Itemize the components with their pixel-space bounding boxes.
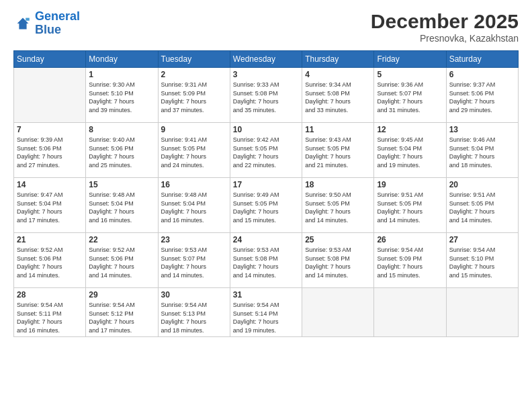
calendar-cell: 20Sunrise: 9:51 AMSunset: 5:05 PMDayligh… [446,178,518,233]
day-info: Sunrise: 9:48 AMSunset: 5:04 PMDaylight:… [89,191,154,224]
calendar-week-4: 21Sunrise: 9:52 AMSunset: 5:06 PMDayligh… [14,233,519,288]
day-number: 29 [89,290,154,300]
day-info: Sunrise: 9:47 AMSunset: 5:04 PMDaylight:… [17,191,83,224]
day-number: 30 [161,290,227,300]
title-block: December 2025 Presnovka, Kazakhstan [371,10,519,44]
calendar-cell: 31Sunrise: 9:54 AMSunset: 5:14 PMDayligh… [230,288,302,337]
weekday-header-monday: Monday [86,51,158,68]
calendar-cell: 1Sunrise: 9:30 AMSunset: 5:10 PMDaylight… [86,68,158,123]
day-info: Sunrise: 9:50 AMSunset: 5:05 PMDaylight:… [305,191,371,224]
day-info: Sunrise: 9:36 AMSunset: 5:07 PMDaylight:… [377,81,443,114]
page: General Blue December 2025 Presnovka, Ka… [0,0,532,411]
calendar-cell: 11Sunrise: 9:43 AMSunset: 5:05 PMDayligh… [302,123,374,178]
day-number: 4 [305,70,371,79]
day-info: Sunrise: 9:54 AMSunset: 5:09 PMDaylight:… [377,246,443,279]
logo-general: General [35,9,80,23]
calendar-cell: 12Sunrise: 9:45 AMSunset: 5:04 PMDayligh… [374,123,446,178]
calendar-cell [374,288,446,337]
logo-text: General Blue [35,10,80,37]
weekday-header-thursday: Thursday [302,51,374,68]
day-number: 10 [233,125,299,134]
day-info: Sunrise: 9:45 AMSunset: 5:04 PMDaylight:… [377,136,443,169]
day-number: 24 [233,235,299,244]
calendar-week-5: 28Sunrise: 9:54 AMSunset: 5:11 PMDayligh… [14,288,519,337]
day-number: 9 [161,125,227,134]
calendar-cell: 8Sunrise: 9:40 AMSunset: 5:06 PMDaylight… [86,123,158,178]
day-number: 27 [449,235,515,244]
weekday-header-sunday: Sunday [14,51,86,68]
calendar-cell: 22Sunrise: 9:52 AMSunset: 5:06 PMDayligh… [86,233,158,288]
day-info: Sunrise: 9:42 AMSunset: 5:05 PMDaylight:… [233,136,299,169]
day-number: 31 [233,290,299,300]
day-number: 22 [89,235,154,244]
calendar-week-3: 14Sunrise: 9:47 AMSunset: 5:04 PMDayligh… [14,178,519,233]
calendar-cell: 15Sunrise: 9:48 AMSunset: 5:04 PMDayligh… [86,178,158,233]
day-number: 7 [17,125,83,134]
day-info: Sunrise: 9:46 AMSunset: 5:04 PMDaylight:… [449,136,515,169]
calendar-cell: 6Sunrise: 9:37 AMSunset: 5:06 PMDaylight… [446,68,518,123]
month-year: December 2025 [371,10,519,33]
day-info: Sunrise: 9:43 AMSunset: 5:05 PMDaylight:… [305,136,371,169]
day-number: 6 [449,70,515,79]
day-info: Sunrise: 9:34 AMSunset: 5:08 PMDaylight:… [305,81,371,114]
day-number: 20 [449,180,515,189]
calendar-cell: 29Sunrise: 9:54 AMSunset: 5:12 PMDayligh… [86,288,158,337]
weekday-header-wednesday: Wednesday [230,51,302,68]
day-number: 3 [233,70,299,79]
day-number: 17 [233,180,299,189]
weekday-header-saturday: Saturday [446,51,518,68]
calendar-cell: 17Sunrise: 9:49 AMSunset: 5:05 PMDayligh… [230,178,302,233]
day-info: Sunrise: 9:49 AMSunset: 5:05 PMDaylight:… [233,191,299,224]
day-info: Sunrise: 9:39 AMSunset: 5:06 PMDaylight:… [17,136,83,169]
calendar-cell: 18Sunrise: 9:50 AMSunset: 5:05 PMDayligh… [302,178,374,233]
day-info: Sunrise: 9:48 AMSunset: 5:04 PMDaylight:… [161,191,227,224]
calendar-cell: 30Sunrise: 9:54 AMSunset: 5:13 PMDayligh… [158,288,230,337]
day-number: 1 [89,70,154,79]
day-info: Sunrise: 9:54 AMSunset: 5:10 PMDaylight:… [449,246,515,279]
calendar-cell: 13Sunrise: 9:46 AMSunset: 5:04 PMDayligh… [446,123,518,178]
calendar-cell: 9Sunrise: 9:41 AMSunset: 5:05 PMDaylight… [158,123,230,178]
day-info: Sunrise: 9:54 AMSunset: 5:14 PMDaylight:… [233,301,299,334]
day-number: 5 [377,70,443,79]
day-number: 14 [17,180,83,189]
day-info: Sunrise: 9:51 AMSunset: 5:05 PMDaylight:… [449,191,515,224]
calendar-cell [302,288,374,337]
day-number: 11 [305,125,371,134]
weekday-header-row: SundayMondayTuesdayWednesdayThursdayFrid… [14,51,519,68]
calendar-cell: 16Sunrise: 9:48 AMSunset: 5:04 PMDayligh… [158,178,230,233]
calendar-cell: 23Sunrise: 9:53 AMSunset: 5:07 PMDayligh… [158,233,230,288]
day-number: 15 [89,180,154,189]
calendar-cell: 24Sunrise: 9:53 AMSunset: 5:08 PMDayligh… [230,233,302,288]
day-info: Sunrise: 9:52 AMSunset: 5:06 PMDaylight:… [89,246,154,279]
weekday-header-friday: Friday [374,51,446,68]
day-number: 26 [377,235,443,244]
day-info: Sunrise: 9:37 AMSunset: 5:06 PMDaylight:… [449,81,515,114]
day-info: Sunrise: 9:54 AMSunset: 5:12 PMDaylight:… [89,301,154,334]
calendar-cell: 10Sunrise: 9:42 AMSunset: 5:05 PMDayligh… [230,123,302,178]
calendar-cell: 28Sunrise: 9:54 AMSunset: 5:11 PMDayligh… [14,288,86,337]
calendar-cell: 19Sunrise: 9:51 AMSunset: 5:05 PMDayligh… [374,178,446,233]
day-number: 25 [305,235,371,244]
day-number: 19 [377,180,443,189]
calendar-cell: 26Sunrise: 9:54 AMSunset: 5:09 PMDayligh… [374,233,446,288]
calendar-week-1: 1Sunrise: 9:30 AMSunset: 5:10 PMDaylight… [14,68,519,123]
calendar-cell [446,288,518,337]
day-info: Sunrise: 9:31 AMSunset: 5:09 PMDaylight:… [161,81,227,114]
day-info: Sunrise: 9:51 AMSunset: 5:05 PMDaylight:… [377,191,443,224]
day-info: Sunrise: 9:54 AMSunset: 5:11 PMDaylight:… [17,301,83,334]
logo-icon [13,14,32,33]
day-info: Sunrise: 9:33 AMSunset: 5:08 PMDaylight:… [233,81,299,114]
calendar-cell: 4Sunrise: 9:34 AMSunset: 5:08 PMDaylight… [302,68,374,123]
calendar-cell: 5Sunrise: 9:36 AMSunset: 5:07 PMDaylight… [374,68,446,123]
day-info: Sunrise: 9:52 AMSunset: 5:06 PMDaylight:… [17,246,83,279]
day-number: 13 [449,125,515,134]
day-info: Sunrise: 9:40 AMSunset: 5:06 PMDaylight:… [89,136,154,169]
day-info: Sunrise: 9:54 AMSunset: 5:13 PMDaylight:… [161,301,227,334]
day-info: Sunrise: 9:53 AMSunset: 5:08 PMDaylight:… [233,246,299,279]
calendar-cell: 27Sunrise: 9:54 AMSunset: 5:10 PMDayligh… [446,233,518,288]
day-info: Sunrise: 9:30 AMSunset: 5:10 PMDaylight:… [89,81,154,114]
calendar-cell: 3Sunrise: 9:33 AMSunset: 5:08 PMDaylight… [230,68,302,123]
weekday-header-tuesday: Tuesday [158,51,230,68]
day-number: 8 [89,125,154,134]
logo-blue: Blue [35,24,80,37]
